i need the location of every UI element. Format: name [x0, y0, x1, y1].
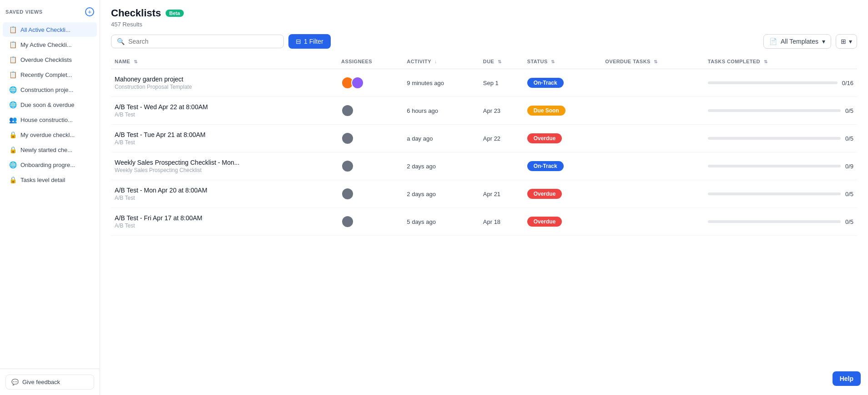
feedback-icon: 💬	[11, 379, 19, 385]
status-badge: Due Soon	[527, 106, 565, 116]
status-badge: Overdue	[527, 217, 562, 227]
search-box[interactable]: 🔍	[111, 35, 284, 48]
checklist-template: Weekly Sales Prospecting Checklist	[115, 167, 334, 173]
cell-due	[479, 152, 524, 180]
sidebar-item-my-overdue[interactable]: 🔒 My overdue checkl...	[3, 127, 97, 142]
sort-icon: ⇅	[134, 59, 137, 64]
table-row[interactable]: A/B Test - Tue Apr 21 at 8:00AM A/B Test…	[111, 125, 857, 152]
checklist-name: A/B Test - Mon Apr 20 at 8:00AM	[115, 187, 334, 194]
table-row[interactable]: A/B Test - Fri Apr 17 at 8:00AM A/B Test…	[111, 208, 857, 236]
sidebar-item-due-soon[interactable]: 🌐 Due soon & overdue	[3, 97, 97, 112]
col-overdue-tasks[interactable]: OVERDUE TASKS ⇅	[601, 54, 704, 69]
avatar	[341, 160, 354, 172]
sidebar-item-icon: 📋	[9, 71, 17, 78]
sidebar-item-onboarding[interactable]: 🌐 Onboarding progre...	[3, 157, 97, 172]
add-view-button[interactable]: +	[85, 7, 94, 16]
sidebar-item-label: House constructio...	[20, 116, 73, 123]
sidebar-item-icon: 🔒	[9, 131, 17, 138]
col-assignees: ASSIGNEES	[338, 54, 403, 69]
progress-label: 0/5	[845, 218, 853, 225]
sort-icon: ⇅	[551, 59, 555, 64]
sidebar-item-house[interactable]: 👥 House constructio...	[3, 112, 97, 127]
filter-button[interactable]: ⊟ 1 Filter	[288, 34, 331, 49]
table-row[interactable]: A/B Test - Mon Apr 20 at 8:00AM A/B Test…	[111, 180, 857, 208]
cell-activity: 6 hours ago	[403, 97, 479, 125]
due-date: Apr 18	[483, 218, 500, 225]
sidebar-item-icon: 🌐	[9, 101, 17, 108]
cell-name: A/B Test - Tue Apr 21 at 8:00AM A/B Test	[111, 125, 338, 152]
sidebar-item-construction[interactable]: 🌐 Construction proje...	[3, 82, 97, 97]
sidebar-item-tasks-level[interactable]: 🔒 Tasks level detail	[3, 172, 97, 187]
checklist-name: A/B Test - Wed Apr 22 at 8:00AM	[115, 103, 334, 111]
cell-status: Overdue	[524, 125, 601, 152]
sidebar-item-label: Onboarding progre...	[20, 162, 75, 168]
col-name[interactable]: NAME ⇅	[111, 54, 338, 69]
give-feedback-button[interactable]: 💬 Give feedback	[5, 375, 94, 390]
progress-label: 0/16	[842, 80, 853, 86]
table-row[interactable]: Mahoney garden project Construction Prop…	[111, 69, 857, 97]
cell-overdue-tasks	[601, 180, 704, 208]
sidebar-item-icon: 📋	[9, 41, 17, 48]
col-activity[interactable]: ACTIVITY ↓	[403, 54, 479, 69]
view-chevron-icon: ▾	[849, 38, 852, 45]
beta-badge: Beta	[166, 10, 184, 17]
cell-due: Apr 18	[479, 208, 524, 236]
sidebar-item-label: Recently Complet...	[20, 71, 72, 78]
cell-overdue-tasks	[601, 208, 704, 236]
checklist-name: Weekly Sales Prospecting Checklist - Mon…	[115, 159, 334, 166]
sidebar-item-recently[interactable]: 📋 Recently Complet...	[3, 67, 97, 82]
cell-name: A/B Test - Fri Apr 17 at 8:00AM A/B Test	[111, 208, 338, 236]
sidebar-item-label: My overdue checkl...	[20, 132, 75, 138]
activity-text: 5 days ago	[407, 218, 436, 225]
progress-bar-background	[708, 81, 838, 84]
assignees-avatars	[341, 132, 399, 145]
progress-cell: 0/5	[708, 191, 853, 198]
cell-tasks-completed: 0/5	[704, 125, 857, 152]
col-status[interactable]: STATUS ⇅	[524, 54, 601, 69]
progress-label: 0/5	[845, 135, 853, 142]
progress-label: 0/9	[845, 163, 853, 170]
col-tasks-completed[interactable]: TASKS COMPLETED ⇅	[704, 54, 857, 69]
all-templates-button[interactable]: 📄 All Templates ▾	[763, 34, 831, 49]
checklist-template: A/B Test	[115, 139, 334, 146]
cell-activity: a day ago	[403, 125, 479, 152]
sidebar-item-newly-started[interactable]: 🔒 Newly started che...	[3, 142, 97, 157]
sidebar-header: Saved Views +	[0, 0, 100, 20]
sidebar-item-icon: 🔒	[9, 146, 17, 153]
search-input[interactable]	[128, 38, 278, 45]
filter-icon: ⊟	[296, 38, 301, 45]
cell-tasks-completed: 0/5	[704, 97, 857, 125]
progress-bar-background	[708, 220, 841, 223]
progress-label: 0/5	[845, 107, 853, 114]
cell-name: A/B Test - Wed Apr 22 at 8:00AM A/B Test	[111, 97, 338, 125]
page-title: Checklists	[111, 7, 161, 19]
sidebar-item-label: My Active Checkli...	[20, 41, 72, 48]
sidebar-footer: 💬 Give feedback	[0, 369, 100, 395]
sidebar: Saved Views + 📋 All Active Checkli... 📋 …	[0, 0, 100, 395]
cell-status: On-Track	[524, 69, 601, 97]
sidebar-item-overdue[interactable]: 📋 Overdue Checklists	[3, 52, 97, 67]
templates-icon: 📄	[769, 38, 777, 45]
view-toggle-button[interactable]: ⊞ ▾	[836, 34, 857, 49]
progress-cell: 0/5	[708, 107, 853, 114]
sidebar-item-my-active[interactable]: 📋 My Active Checkli...	[3, 37, 97, 52]
cell-assignees	[338, 208, 403, 236]
cell-tasks-completed: 0/5	[704, 208, 857, 236]
cell-overdue-tasks	[601, 152, 704, 180]
cell-tasks-completed: 0/9	[704, 152, 857, 180]
sidebar-item-all-active[interactable]: 📋 All Active Checkli...	[3, 22, 97, 37]
cell-due: Apr 22	[479, 125, 524, 152]
grid-icon: ⊞	[841, 38, 846, 45]
help-button[interactable]: Help	[833, 371, 861, 386]
due-date: Apr 23	[483, 107, 500, 114]
status-badge: On-Track	[527, 78, 564, 88]
cell-due: Sep 1	[479, 69, 524, 97]
search-icon: 🔍	[117, 38, 125, 45]
table-row[interactable]: Weekly Sales Prospecting Checklist - Mon…	[111, 152, 857, 180]
sidebar-item-icon: 📋	[9, 56, 17, 63]
col-due[interactable]: DUE ⇅	[479, 54, 524, 69]
table-row[interactable]: A/B Test - Wed Apr 22 at 8:00AM A/B Test…	[111, 97, 857, 125]
assignees-avatars	[341, 215, 399, 228]
filter-label: 1 Filter	[304, 38, 323, 45]
cell-status: Overdue	[524, 208, 601, 236]
